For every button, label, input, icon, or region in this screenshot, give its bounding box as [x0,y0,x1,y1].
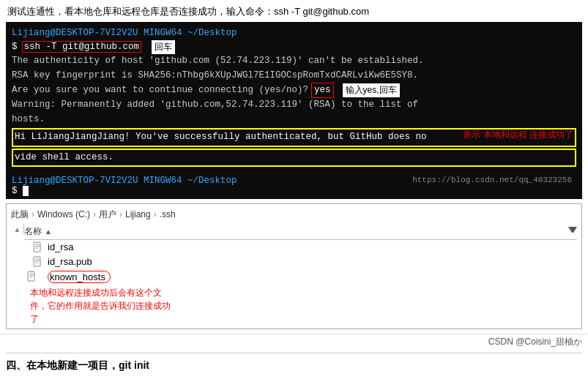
output-line-2: RSA key fingerprint is SHA256:nThbg6kXUp… [12,69,576,83]
svg-rect-8 [28,271,34,281]
breadcrumb-part-1: Windows (C:) [37,209,90,219]
output-line-1: The authenticity of host 'github.com (52… [12,54,576,68]
section-divider [6,353,582,353]
svg-rect-0 [34,242,40,252]
section-title: 四、在本地新建一项目，git init [0,356,588,372]
yes-annotation: 输入yes,回车 [343,83,400,97]
breadcrumb-part-0: 此脑 [11,209,29,221]
output-line-3: Are you sure you want to continue connec… [12,83,576,98]
col-date-dropdown-icon[interactable] [568,227,577,236]
breadcrumb-part-4: .ssh [160,209,176,219]
scroll-up-arrow[interactable]: ▲ [14,225,21,233]
bottom-bar: CSDN @Coisini_甜柚か [0,334,588,350]
csdn-bottom-label: CSDN @Coisini_甜柚か [488,336,582,348]
yes-input: yes [311,83,334,98]
terminal2-cursor: $ [12,186,576,196]
scroll-bar-left[interactable]: ▲ [11,224,24,233]
enter-annotation: 回车 [152,40,175,54]
file-icon-id-rsa-pub [31,256,45,268]
terminal2-path: ~/Desktop [187,176,237,186]
file-row-id-rsa-pub[interactable]: id_rsa.pub [24,255,577,269]
file-name-id-rsa-pub: id_rsa.pub [48,256,92,267]
terminal-block-2: Lijiang@DESKTOP-7VI2V2U MINGW64 ~/Deskto… [6,173,582,199]
file-table-header: 名称 ▲ [24,224,577,240]
file-row-id-rsa[interactable]: id_rsa [24,240,577,255]
success-block: 表示 本地和远程 连接成功了 Hi LiJiangJiangJiang! You… [12,128,576,167]
terminal-prompt-line: Lijiang@DESKTOP-7VI2V2U MINGW64 ~/Deskto… [12,26,576,40]
file-row-known-hosts[interactable]: known_hosts [24,269,577,285]
output-line-4: Warning: Permanently added 'github.com,5… [12,98,576,112]
top-instruction: 测试连通性，看本地仓库和远程仓库是否连接成功，输入命令：ssh -T git@g… [0,0,588,22]
sort-up-icon[interactable]: ▲ [45,228,52,236]
svg-rect-4 [34,257,40,266]
terminal-path: ~/Desktop [187,28,237,38]
success-annotation: 表示 本地和远程 连接成功了 [463,128,573,142]
output-line-5: hosts. [12,113,576,127]
file-icon-id-rsa [31,241,45,253]
terminal-output-lines: The authenticity of host 'github.com (52… [12,54,576,127]
terminal-command-line: $ ssh -T git@github.com 回车 [12,40,576,54]
file-name-id-rsa: id_rsa [48,241,73,252]
file-list-area: ▲ 名称 ▲ id_rsa [11,224,577,326]
success-line-2: vide shell access. [12,149,576,167]
terminal-block-1: Lijiang@DESKTOP-7VI2V2U MINGW64 ~/Deskto… [6,22,582,173]
file-icon-known-hosts [26,271,39,282]
col-name-header: 名称 ▲ [24,225,565,238]
terminal-shell-label: MINGW64 [144,28,182,38]
file-list-content: 名称 ▲ id_rsa [24,224,577,326]
terminal2-user: Lijiang@DESKTOP-7VI2V2U [12,176,138,186]
breadcrumb-part-2: 用户 [99,209,116,221]
command-text: ssh -T git@github.com [22,40,142,54]
breadcrumb-part-3: Lijiang [125,209,151,219]
file-section: 此脑 › Windows (C:) › 用户 › Lijiang › .ssh … [6,203,582,329]
breadcrumb: 此脑 › Windows (C:) › 用户 › Lijiang › .ssh [11,207,577,224]
terminal2-shell: MINGW64 [144,176,182,186]
known-hosts-name: known_hosts [48,271,111,283]
csdn-link: https://blog.csdn.net/qq_40323256 [412,176,576,184]
file-annotation: 本地和远程连接成功后会有这个文件，它的作用就是告诉我们连接成功了 [30,286,176,326]
terminal2-prompt: Lijiang@DESKTOP-7VI2V2U MINGW64 ~/Deskto… [12,176,576,186]
terminal-user: Lijiang@DESKTOP-7VI2V2U [12,28,138,38]
col-name-label: 名称 [24,225,42,238]
